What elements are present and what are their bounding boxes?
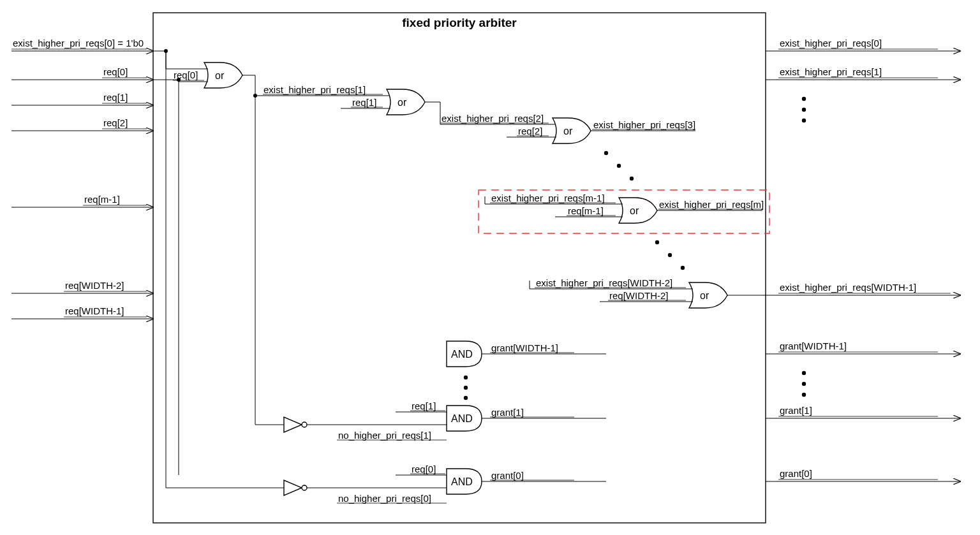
svg-point-41 <box>630 177 634 180</box>
orm1-inB: req[m-1] <box>568 205 604 216</box>
orm1-inA: exist_higher_pri_reqs[m-1] <box>491 193 605 203</box>
svg-point-86 <box>802 108 806 112</box>
andW1-out: grant[WIDTH-1] <box>491 342 558 353</box>
not-gate-1 <box>284 417 307 432</box>
or1-out: exist_higher_pri_reqs[2] <box>442 113 544 124</box>
out-grant1: grant[1] <box>780 405 812 416</box>
svg-point-39 <box>604 151 608 155</box>
svg-point-93 <box>802 382 806 386</box>
module-title: fixed priority arbiter <box>402 16 517 29</box>
label-reqW1: req[WIDTH-1] <box>65 305 124 316</box>
and-label-1: AND <box>451 413 473 424</box>
not-gate-0 <box>284 480 307 495</box>
or2-inB: req[2] <box>518 126 542 136</box>
or-label-0: or <box>215 70 225 81</box>
or-label-1: or <box>397 97 407 108</box>
svg-point-92 <box>802 371 806 375</box>
label-reqm1: req[m-1] <box>84 194 120 205</box>
or1-inB: req[1] <box>352 97 376 108</box>
svg-point-62 <box>464 396 468 400</box>
and1-out: grant[1] <box>491 407 524 418</box>
and-label-W1: AND <box>451 349 473 360</box>
label-ehpr0: exist_higher_pri_reqs[0] = 1'b0 <box>13 38 144 48</box>
svg-point-40 <box>617 164 621 168</box>
svg-point-61 <box>464 386 468 390</box>
and1-inA: req[1] <box>412 400 436 411</box>
svg-point-49 <box>655 240 659 244</box>
label-req2: req[2] <box>103 117 128 128</box>
orW2-inA: exist_higher_pri_reqs[WIDTH-2] <box>536 277 672 288</box>
label-req0: req[0] <box>103 66 128 77</box>
label-req1: req[1] <box>103 92 128 103</box>
and0-inA: req[0] <box>412 464 436 474</box>
or0-out: exist_higher_pri_reqs[1] <box>264 84 366 95</box>
or0-inB: req[0] <box>174 70 198 80</box>
out-grant0: grant[0] <box>780 468 812 479</box>
not1-out: no_higher_pri_reqs[1] <box>338 430 431 441</box>
svg-point-85 <box>802 97 806 101</box>
or-chain: or req[0] exist_higher_pri_reqs[1] or re… <box>153 49 769 308</box>
inputs: exist_higher_pri_reqs[0] = 1'b0 req[0] r… <box>11 38 153 319</box>
out-ehprW1: exist_higher_pri_reqs[WIDTH-1] <box>780 282 916 293</box>
or-label-W2: or <box>700 290 709 301</box>
out-grantW1: grant[WIDTH-1] <box>780 341 847 351</box>
svg-point-87 <box>802 119 806 122</box>
and-label-0: AND <box>451 476 473 487</box>
out-ehpr0: exist_higher_pri_reqs[0] <box>780 38 882 48</box>
orm1-out: exist_higher_pri_reqs[m] <box>659 199 764 210</box>
diagram-canvas: fixed priority arbiter exist_higher_pri_… <box>0 0 980 535</box>
or2-out: exist_higher_pri_reqs[3] <box>593 119 695 130</box>
svg-point-94 <box>802 393 806 397</box>
or-label-2: or <box>563 126 573 136</box>
svg-point-50 <box>668 253 672 257</box>
svg-point-60 <box>464 376 468 379</box>
orW2-inB: req[WIDTH-2] <box>609 290 669 301</box>
svg-point-51 <box>681 266 685 270</box>
not0-out: no_higher_pri_reqs[0] <box>338 493 431 504</box>
out-ehpr1: exist_higher_pri_reqs[1] <box>780 66 882 77</box>
and0-out: grant[0] <box>491 470 524 481</box>
module-box <box>153 13 766 523</box>
or-label-m1: or <box>630 205 639 216</box>
outputs: exist_higher_pri_reqs[0] exist_higher_pr… <box>766 38 960 481</box>
label-reqW2: req[WIDTH-2] <box>65 280 124 291</box>
